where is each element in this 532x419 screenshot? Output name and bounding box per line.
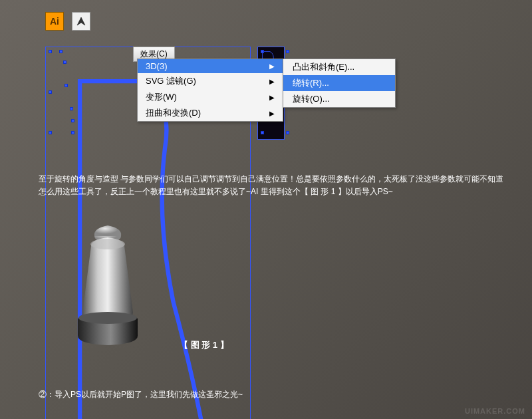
illustrator-icon: Ai	[45, 12, 64, 31]
menu-item-warp[interactable]: 变形(W) ▶	[138, 89, 283, 105]
figure-1-label: 【 图 形 1 】	[180, 339, 229, 351]
svg-point-2	[78, 312, 137, 324]
menu-item-label: 3D(3)	[146, 61, 168, 71]
effects-dropdown: 3D(3) ▶ SVG 滤镜(G) ▶ 变形(W) ▶ 扭曲和变换(D) ▶	[137, 59, 283, 122]
menu-item-distort[interactable]: 扭曲和变换(D) ▶	[138, 105, 283, 121]
menu-item-3d[interactable]: 3D(3) ▶	[138, 59, 283, 73]
menu-item-label: 变形(W)	[146, 91, 177, 103]
watermark: UIMAKER.COM	[465, 407, 525, 415]
menu-item-label: SVG 滤镜(G)	[146, 75, 196, 87]
submenu-arrow-icon: ▶	[269, 78, 275, 85]
submenu-item-revolve[interactable]: 绕转(R)...	[283, 75, 395, 91]
3d-rendered-figure	[55, 216, 161, 352]
tutorial-step-2: ②：导入PS以后就开始P图了，这里我们先做这圣邪之光~	[39, 389, 243, 400]
tutorial-paragraph-1: 至于旋转的角度与造型 与参数同学们可以自己调节调节到自己满意位置！总是要依照参数…	[39, 173, 504, 198]
submenu-item-extrude[interactable]: 凸出和斜角(E)...	[283, 59, 395, 75]
submenu-arrow-icon: ▶	[269, 63, 275, 70]
menu-item-label: 扭曲和变换(D)	[146, 107, 201, 119]
pen-tool-icon	[72, 12, 90, 31]
submenu-arrow-icon: ▶	[269, 110, 275, 117]
svg-point-1	[90, 239, 125, 249]
menu-item-svg-filter[interactable]: SVG 滤镜(G) ▶	[138, 73, 283, 89]
3d-submenu: 凸出和斜角(E)... 绕转(R)... 旋转(O)...	[283, 59, 396, 108]
submenu-item-rotate[interactable]: 旋转(O)...	[283, 91, 395, 107]
submenu-arrow-icon: ▶	[269, 94, 275, 101]
